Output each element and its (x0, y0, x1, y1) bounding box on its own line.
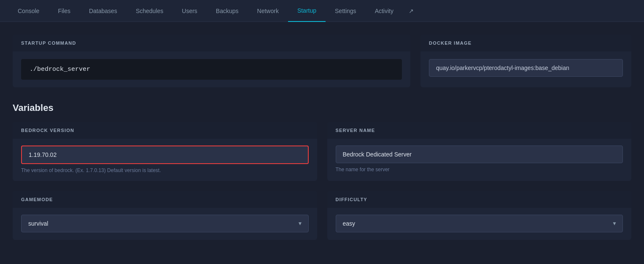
nav-databases[interactable]: Databases (80, 0, 127, 22)
nav-console[interactable]: Console (8, 0, 49, 22)
nav-startup[interactable]: Startup (288, 0, 326, 22)
variables-grid: BEDROCK VERSION The version of bedrock. … (13, 122, 631, 240)
nav-users[interactable]: Users (172, 0, 207, 22)
gamemode-select-wrapper: survival creative adventure ▼ (21, 215, 309, 232)
bedrock-version-hint: The version of bedrock. (Ex. 1.7.0.13) D… (21, 167, 309, 173)
difficulty-card: DIFFICULTY easy normal hard peaceful ▼ (327, 191, 632, 240)
variables-title: Variables (13, 102, 631, 113)
difficulty-select[interactable]: easy normal hard peaceful (336, 215, 623, 232)
gamemode-header: GAMEMODE (13, 191, 317, 208)
bedrock-version-input[interactable] (21, 145, 309, 164)
startup-command-body: ./bedrock_server (13, 51, 410, 87)
difficulty-body: easy normal hard peaceful ▼ (327, 208, 632, 240)
bedrock-version-header: BEDROCK VERSION (13, 122, 317, 139)
bedrock-version-body: The version of bedrock. (Ex. 1.7.0.13) D… (13, 139, 317, 181)
startup-command-value: ./bedrock_server (21, 59, 402, 80)
docker-image-body (420, 51, 631, 84)
server-name-body: The name for the server (327, 139, 632, 180)
docker-image-input[interactable] (429, 59, 623, 77)
startup-command-card: STARTUP COMMAND ./bedrock_server (13, 35, 410, 87)
top-row: STARTUP COMMAND ./bedrock_server DOCKER … (13, 35, 631, 87)
main-content: STARTUP COMMAND ./bedrock_server DOCKER … (0, 22, 644, 253)
gamemode-body: survival creative adventure ▼ (13, 208, 317, 240)
server-name-card: SERVER NAME The name for the server (327, 122, 632, 181)
nav-network[interactable]: Network (248, 0, 288, 22)
difficulty-header: DIFFICULTY (327, 191, 632, 208)
startup-command-header: STARTUP COMMAND (13, 35, 410, 51)
nav-schedules[interactable]: Schedules (127, 0, 172, 22)
server-name-input[interactable] (336, 145, 623, 163)
server-name-hint: The name for the server (336, 167, 623, 172)
docker-image-header: DOCKER IMAGE (420, 35, 631, 51)
gamemode-card: GAMEMODE survival creative adventure ▼ (13, 191, 317, 240)
external-link-icon[interactable]: ↗ (403, 0, 420, 22)
server-name-header: SERVER NAME (327, 122, 632, 139)
nav-files[interactable]: Files (49, 0, 80, 22)
nav-backups[interactable]: Backups (207, 0, 248, 22)
nav-settings[interactable]: Settings (326, 0, 366, 22)
navigation: Console Files Databases Schedules Users … (0, 0, 644, 22)
gamemode-select[interactable]: survival creative adventure (21, 215, 309, 232)
difficulty-select-wrapper: easy normal hard peaceful ▼ (336, 215, 623, 232)
nav-activity[interactable]: Activity (366, 0, 403, 22)
bedrock-version-card: BEDROCK VERSION The version of bedrock. … (13, 122, 317, 181)
docker-image-card: DOCKER IMAGE (420, 35, 631, 87)
